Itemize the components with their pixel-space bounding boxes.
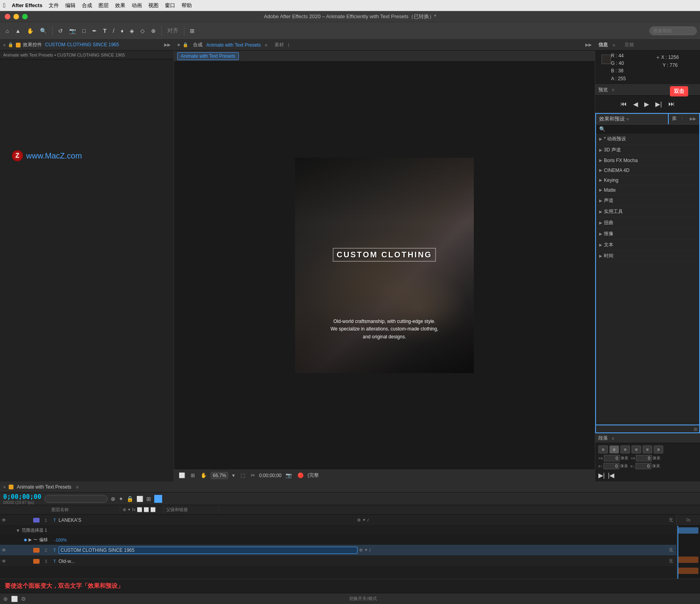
search-help-input[interactable] — [649, 26, 697, 35]
effect-item-utility[interactable]: ▶ 实用工具 — [596, 206, 699, 217]
footage-tab[interactable]: 素材 （ — [274, 42, 290, 48]
layer-2-pencil[interactable]: / — [369, 548, 371, 553]
align-center[interactable]: ≡ — [609, 445, 619, 453]
comp-menu-icon[interactable]: ≡ — [265, 43, 267, 47]
home-btn[interactable]: ⌂ — [3, 26, 11, 36]
layer-1-name[interactable]: LANEKA'S — [59, 517, 356, 523]
effects-menu-icon[interactable]: ≡ — [626, 117, 629, 121]
layer-row-2[interactable]: 👁 2 T CUSTOM CLOTHING SINCE 1965 ⊕ ✦ / — [0, 545, 676, 556]
effect-controls-expand[interactable]: ▶▶ — [164, 42, 170, 47]
crop-btn[interactable]: ✂ — [249, 472, 257, 479]
select-tool[interactable]: ▲ — [13, 26, 23, 36]
library-expand[interactable]: ▶▶ — [690, 116, 696, 121]
justify-center[interactable]: ≡ — [643, 445, 652, 453]
tl-label-btn[interactable]: ⬜ — [136, 496, 143, 502]
timecode-display[interactable]: 0;00;00;00 — [3, 493, 41, 500]
effect-item-distort[interactable]: ▶ 扭曲 — [596, 217, 699, 228]
effect-item-3d[interactable]: ▶ 3D 声道 — [596, 145, 699, 156]
effects-panel-tab[interactable]: 效果和预设 ≡ — [595, 113, 668, 124]
align-left[interactable]: ≡ — [598, 445, 608, 453]
justify-all[interactable]: ≡ — [654, 445, 663, 453]
keyframe-diamond[interactable]: ◆ — [24, 537, 27, 542]
snapping-btn[interactable]: ⊞ — [187, 26, 197, 36]
comp-monitor-btn[interactable]: ⬜ — [177, 472, 187, 479]
timeline-close[interactable]: × — [3, 485, 6, 489]
animate-tab[interactable]: Animate with Text Presets — [177, 52, 239, 60]
timeline-menu[interactable]: ≡ — [76, 485, 78, 489]
layer-2-name[interactable]: CUSTOM CLOTHING SINCE 1965 — [59, 547, 358, 554]
indent-right[interactable] — [636, 455, 652, 461]
effect-item-animation-presets[interactable]: ▶ * 动画预设 — [596, 134, 699, 145]
library-menu[interactable]: ⋮ — [680, 116, 684, 121]
brush-tool[interactable]: ◈ — [127, 26, 136, 36]
puppet-tool[interactable]: ♦ — [118, 26, 126, 36]
menu-effects[interactable]: 效果 — [115, 2, 125, 9]
new-comp-btn[interactable]: ⊕ — [3, 596, 8, 602]
para-btn-1[interactable]: ▶| — [598, 472, 605, 479]
eraser-tool[interactable]: ◇ — [138, 26, 147, 36]
indent-left[interactable] — [604, 455, 620, 461]
effect-item-matte[interactable]: ▶ Matte — [596, 185, 699, 195]
expand-icon[interactable]: ⊞ — [694, 427, 698, 432]
text-tool[interactable]: T — [101, 26, 109, 36]
frame-btn[interactable]: ⬚ — [239, 472, 247, 479]
zoom-dropdown[interactable]: ▾ — [231, 472, 236, 479]
color-btn[interactable]: 🔴 — [296, 472, 305, 479]
tl-hide-btn[interactable]: ✦ — [119, 496, 123, 502]
menu-view[interactable]: 视图 — [148, 2, 159, 9]
effect-item-keying[interactable]: ▶ Keying — [596, 176, 699, 185]
maximize-button[interactable] — [22, 14, 28, 19]
comp-grid-btn[interactable]: ⊞ — [189, 472, 197, 479]
layer-2-switch[interactable]: ⊕ — [359, 547, 363, 553]
comp-close[interactable]: × — [177, 42, 180, 48]
info-menu[interactable]: ≡ — [613, 43, 615, 47]
sub-sub-row-offset[interactable]: ◆ ▶ 〜 偏移 -100% — [0, 535, 676, 545]
comp-hand-btn[interactable]: ✋ — [199, 472, 208, 479]
menu-layer[interactable]: 图层 — [98, 2, 109, 9]
zoom-value[interactable]: 66.7% — [211, 472, 228, 479]
layer-2-star[interactable]: ✦ — [364, 547, 368, 553]
effects-search-input[interactable] — [607, 126, 696, 132]
settings-btn[interactable]: ⚙ — [21, 596, 26, 602]
preview-menu[interactable]: ≡ — [612, 87, 614, 92]
para-btn-2[interactable]: |◀ — [608, 472, 614, 479]
preview-play[interactable]: ▶ — [643, 99, 651, 109]
layer-3-name[interactable]: Old-w... — [59, 559, 362, 564]
layer-1-vis[interactable]: 👁 — [0, 517, 8, 523]
effect-item-text[interactable]: ▶ 文本 — [596, 240, 699, 251]
preview-next-frame[interactable]: ▶| — [654, 99, 663, 109]
menu-edit[interactable]: 编辑 — [65, 2, 76, 9]
rotate-tool[interactable]: ↺ — [56, 26, 65, 36]
preview-prev-frame[interactable]: ◀ — [632, 99, 639, 109]
tl-add-btn[interactable]: ⊞ — [146, 496, 151, 502]
align-right[interactable]: ≡ — [621, 445, 630, 453]
effect-controls-close[interactable]: × — [3, 43, 6, 47]
info-tab[interactable]: 信息 — [598, 42, 608, 48]
menu-animation[interactable]: 动画 — [132, 2, 142, 9]
tl-solo-btn[interactable]: ⊕ — [111, 496, 115, 502]
layer-row-1[interactable]: 👁 1 T LANEKA'S ⊕ ✦ / — [0, 515, 676, 526]
preview-last-frame[interactable]: ⏭ — [667, 99, 676, 109]
effect-item-cinema4d[interactable]: ▶ CINEMA 4D — [596, 166, 699, 176]
hand-tool[interactable]: ✋ — [25, 26, 36, 36]
timeline-search[interactable] — [44, 495, 108, 503]
justify-left[interactable]: ≡ — [632, 445, 641, 453]
effect-item-channel[interactable]: ▶ 声道 — [596, 195, 699, 206]
menu-file[interactable]: 文件 — [49, 2, 59, 9]
expand-triangle-2[interactable]: ▶ — [28, 537, 32, 542]
sub-row-range-selector[interactable]: ▼ 范围选择器 1 — [0, 526, 676, 535]
composition-viewer[interactable]: CUSTOM CLOTHING Old-world craftsmanship,… — [174, 62, 595, 469]
render-queue-btn[interactable]: ⬜ — [11, 596, 18, 602]
preview-first-frame[interactable]: ⏮ — [619, 99, 628, 109]
camera-snap-btn[interactable]: 📷 — [284, 472, 293, 479]
apple-menu[interactable]:  — [3, 2, 6, 9]
effect-item-boris[interactable]: ▶ Boris FX Mocha — [596, 156, 699, 166]
paragraph-menu[interactable]: ≡ — [612, 436, 614, 441]
layer-1-pencil[interactable]: / — [367, 518, 369, 523]
path-tool[interactable]: / — [110, 26, 117, 36]
layer-2-vis[interactable]: 👁 — [0, 547, 8, 553]
minimize-button[interactable] — [13, 14, 19, 19]
layer-1-star[interactable]: ✦ — [362, 517, 366, 523]
menu-window[interactable]: 窗口 — [165, 2, 175, 9]
clone-tool[interactable]: ⊕ — [149, 26, 158, 36]
